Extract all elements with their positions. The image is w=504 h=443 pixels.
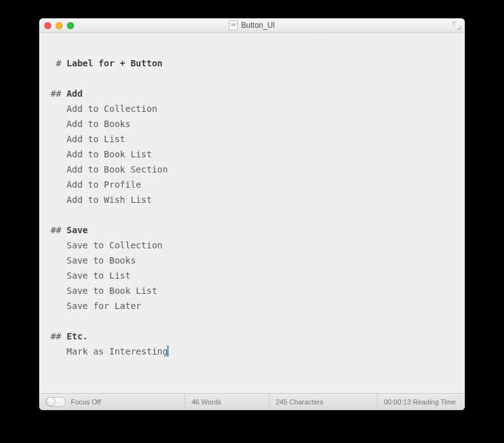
text-line[interactable]: Add to Profile [51,177,453,192]
text-line[interactable]: Add to Wish List [51,192,453,207]
text-line[interactable]: ## Etc. [51,329,453,344]
text-line[interactable]: Save to List [51,268,453,283]
text-line[interactable]: Save to Books [51,253,453,268]
text-line[interactable]: Add to Collection [51,101,453,116]
reading-time[interactable]: 00:00:13 Reading Time [378,394,465,410]
titlebar[interactable]: Button_UI [39,18,465,33]
window-controls [39,22,74,29]
text-line[interactable]: ## Save [51,222,453,238]
text-line[interactable] [51,207,453,222]
text-line[interactable]: Add to Book Section [51,162,453,177]
text-line[interactable] [51,71,453,86]
focus-toggle[interactable] [46,397,66,407]
document-content[interactable]: # Label for + Button ## AddAdd to Collec… [51,56,453,359]
editor-area[interactable]: # Label for + Button ## AddAdd to Collec… [39,33,465,393]
character-count[interactable]: 245 Characters [269,394,378,410]
text-line[interactable]: # Label for + Button [51,56,453,71]
text-line[interactable]: Add to Book List [51,147,453,162]
text-caret [168,346,168,356]
status-bar: Focus Off 46 Words 245 Characters 00:00:… [39,393,465,410]
window-title-text: Button_UI [241,21,274,30]
app-window: Button_UI # Label for + Button ## AddAdd… [39,18,465,410]
text-line[interactable]: ## Add [51,86,453,101]
focus-toggle-segment: Focus Off [39,394,185,410]
focus-label: Focus Off [71,398,101,406]
text-line[interactable]: Add to List [51,131,453,147]
text-line[interactable]: Save for Later [51,298,453,313]
close-icon[interactable] [44,22,51,29]
window-title: Button_UI [39,20,465,30]
text-line[interactable]: Mark as Interesting [51,344,453,359]
minimize-icon[interactable] [56,22,63,29]
fullscreen-icon[interactable] [453,21,461,29]
text-line[interactable] [51,313,453,329]
word-count[interactable]: 46 Words [185,394,269,410]
text-line[interactable]: Save to Book List [51,283,453,298]
text-line[interactable]: Save to Collection [51,238,453,253]
document-icon [229,20,238,30]
text-line[interactable]: Add to Books [51,116,453,131]
zoom-icon[interactable] [67,22,74,29]
